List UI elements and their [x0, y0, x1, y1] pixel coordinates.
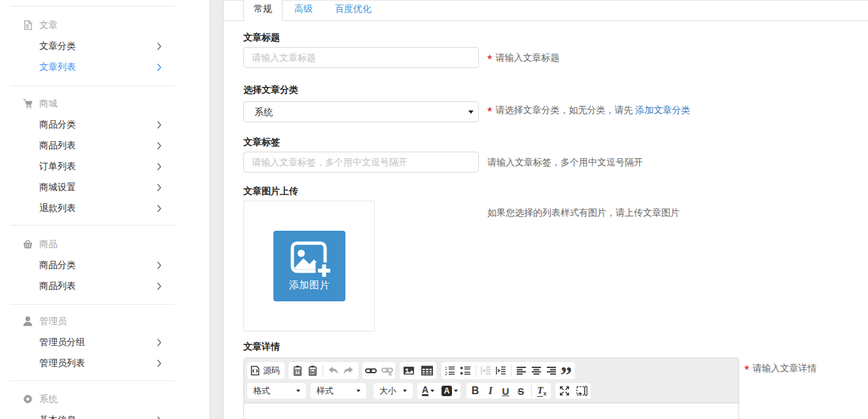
svg-text:1: 1 — [445, 366, 447, 371]
svg-text:2: 2 — [445, 371, 447, 376]
